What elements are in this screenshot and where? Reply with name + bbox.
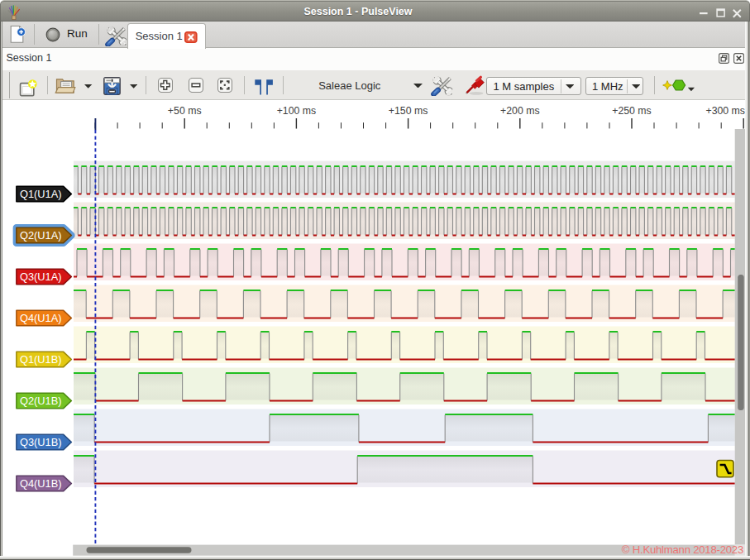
svg-text:Q1(U1A): Q1(U1A) bbox=[20, 188, 62, 200]
svg-text:+200 ms: +200 ms bbox=[500, 105, 540, 117]
svg-text:Q2(U1B): Q2(U1B) bbox=[20, 395, 62, 407]
svg-text:Q3(U1B): Q3(U1B) bbox=[20, 436, 62, 448]
svg-text:+150 ms: +150 ms bbox=[389, 105, 428, 117]
svg-text:Q4(U1A): Q4(U1A) bbox=[20, 312, 62, 324]
svg-text:Q4(U1B): Q4(U1B) bbox=[20, 477, 62, 490]
svg-text:+100 ms: +100 ms bbox=[277, 105, 317, 117]
svg-text:+50 ms: +50 ms bbox=[168, 105, 202, 117]
svg-text:Q1(U1B): Q1(U1B) bbox=[20, 353, 62, 366]
svg-text:Q3(U1A): Q3(U1A) bbox=[20, 270, 62, 283]
svg-text:Q2(U1A): Q2(U1A) bbox=[20, 229, 62, 242]
svg-text:+250 ms: +250 ms bbox=[612, 105, 652, 117]
svg-text:© H.Kuhlmann 2018-2023: © H.Kuhlmann 2018-2023 bbox=[622, 543, 743, 556]
svg-text:+300 ms: +300 ms bbox=[705, 105, 745, 117]
